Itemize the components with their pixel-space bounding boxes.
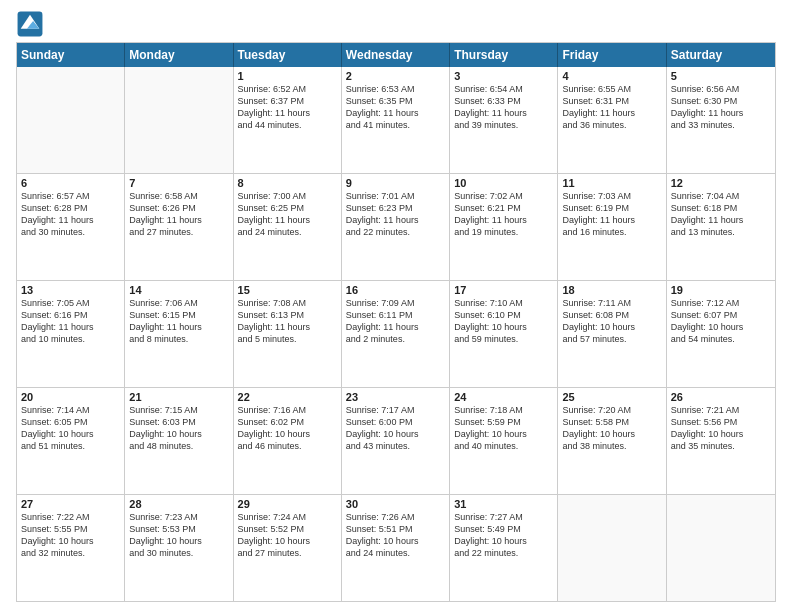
cell-info: Sunrise: 7:04 AM Sunset: 6:18 PM Dayligh… [671,190,771,239]
day-number: 24 [454,391,553,403]
calendar-cell [125,67,233,173]
day-number: 12 [671,177,771,189]
calendar-cell: 1Sunrise: 6:52 AM Sunset: 6:37 PM Daylig… [234,67,342,173]
cell-info: Sunrise: 6:56 AM Sunset: 6:30 PM Dayligh… [671,83,771,132]
calendar-cell: 19Sunrise: 7:12 AM Sunset: 6:07 PM Dayli… [667,281,775,387]
day-number: 19 [671,284,771,296]
calendar-cell: 15Sunrise: 7:08 AM Sunset: 6:13 PM Dayli… [234,281,342,387]
day-number: 20 [21,391,120,403]
cell-info: Sunrise: 6:55 AM Sunset: 6:31 PM Dayligh… [562,83,661,132]
day-number: 3 [454,70,553,82]
cell-info: Sunrise: 6:57 AM Sunset: 6:28 PM Dayligh… [21,190,120,239]
calendar-cell: 31Sunrise: 7:27 AM Sunset: 5:49 PM Dayli… [450,495,558,601]
calendar-cell [558,495,666,601]
calendar: SundayMondayTuesdayWednesdayThursdayFrid… [16,42,776,602]
calendar-cell: 14Sunrise: 7:06 AM Sunset: 6:15 PM Dayli… [125,281,233,387]
cell-info: Sunrise: 7:00 AM Sunset: 6:25 PM Dayligh… [238,190,337,239]
calendar-cell: 18Sunrise: 7:11 AM Sunset: 6:08 PM Dayli… [558,281,666,387]
cell-info: Sunrise: 7:18 AM Sunset: 5:59 PM Dayligh… [454,404,553,453]
calendar-cell: 28Sunrise: 7:23 AM Sunset: 5:53 PM Dayli… [125,495,233,601]
day-number: 13 [21,284,120,296]
day-number: 26 [671,391,771,403]
calendar-cell: 24Sunrise: 7:18 AM Sunset: 5:59 PM Dayli… [450,388,558,494]
day-number: 7 [129,177,228,189]
day-number: 10 [454,177,553,189]
calendar-row: 6Sunrise: 6:57 AM Sunset: 6:28 PM Daylig… [17,173,775,280]
calendar-cell: 8Sunrise: 7:00 AM Sunset: 6:25 PM Daylig… [234,174,342,280]
day-number: 11 [562,177,661,189]
day-number: 17 [454,284,553,296]
calendar-cell: 9Sunrise: 7:01 AM Sunset: 6:23 PM Daylig… [342,174,450,280]
day-number: 27 [21,498,120,510]
calendar-header-cell: Sunday [17,43,125,67]
cell-info: Sunrise: 6:53 AM Sunset: 6:35 PM Dayligh… [346,83,445,132]
calendar-cell: 6Sunrise: 6:57 AM Sunset: 6:28 PM Daylig… [17,174,125,280]
cell-info: Sunrise: 6:54 AM Sunset: 6:33 PM Dayligh… [454,83,553,132]
cell-info: Sunrise: 7:23 AM Sunset: 5:53 PM Dayligh… [129,511,228,560]
cell-info: Sunrise: 7:16 AM Sunset: 6:02 PM Dayligh… [238,404,337,453]
day-number: 4 [562,70,661,82]
calendar-cell [17,67,125,173]
cell-info: Sunrise: 7:08 AM Sunset: 6:13 PM Dayligh… [238,297,337,346]
day-number: 6 [21,177,120,189]
cell-info: Sunrise: 6:52 AM Sunset: 6:37 PM Dayligh… [238,83,337,132]
cell-info: Sunrise: 7:27 AM Sunset: 5:49 PM Dayligh… [454,511,553,560]
calendar-cell: 10Sunrise: 7:02 AM Sunset: 6:21 PM Dayli… [450,174,558,280]
page: SundayMondayTuesdayWednesdayThursdayFrid… [0,0,792,612]
calendar-cell: 16Sunrise: 7:09 AM Sunset: 6:11 PM Dayli… [342,281,450,387]
day-number: 2 [346,70,445,82]
calendar-cell: 5Sunrise: 6:56 AM Sunset: 6:30 PM Daylig… [667,67,775,173]
header [16,10,776,38]
calendar-row: 13Sunrise: 7:05 AM Sunset: 6:16 PM Dayli… [17,280,775,387]
cell-info: Sunrise: 7:17 AM Sunset: 6:00 PM Dayligh… [346,404,445,453]
cell-info: Sunrise: 7:11 AM Sunset: 6:08 PM Dayligh… [562,297,661,346]
calendar-cell: 7Sunrise: 6:58 AM Sunset: 6:26 PM Daylig… [125,174,233,280]
day-number: 8 [238,177,337,189]
cell-info: Sunrise: 7:14 AM Sunset: 6:05 PM Dayligh… [21,404,120,453]
calendar-header-row: SundayMondayTuesdayWednesdayThursdayFrid… [17,43,775,67]
calendar-cell: 4Sunrise: 6:55 AM Sunset: 6:31 PM Daylig… [558,67,666,173]
day-number: 23 [346,391,445,403]
calendar-cell [667,495,775,601]
calendar-row: 27Sunrise: 7:22 AM Sunset: 5:55 PM Dayli… [17,494,775,601]
day-number: 14 [129,284,228,296]
day-number: 30 [346,498,445,510]
cell-info: Sunrise: 7:10 AM Sunset: 6:10 PM Dayligh… [454,297,553,346]
day-number: 15 [238,284,337,296]
calendar-cell: 27Sunrise: 7:22 AM Sunset: 5:55 PM Dayli… [17,495,125,601]
calendar-header-cell: Friday [558,43,666,67]
cell-info: Sunrise: 7:15 AM Sunset: 6:03 PM Dayligh… [129,404,228,453]
calendar-body: 1Sunrise: 6:52 AM Sunset: 6:37 PM Daylig… [17,67,775,601]
day-number: 21 [129,391,228,403]
calendar-header-cell: Wednesday [342,43,450,67]
logo-icon [16,10,44,38]
calendar-cell: 12Sunrise: 7:04 AM Sunset: 6:18 PM Dayli… [667,174,775,280]
day-number: 22 [238,391,337,403]
cell-info: Sunrise: 6:58 AM Sunset: 6:26 PM Dayligh… [129,190,228,239]
calendar-cell: 20Sunrise: 7:14 AM Sunset: 6:05 PM Dayli… [17,388,125,494]
cell-info: Sunrise: 7:21 AM Sunset: 5:56 PM Dayligh… [671,404,771,453]
logo [16,10,48,38]
cell-info: Sunrise: 7:12 AM Sunset: 6:07 PM Dayligh… [671,297,771,346]
calendar-cell: 29Sunrise: 7:24 AM Sunset: 5:52 PM Dayli… [234,495,342,601]
cell-info: Sunrise: 7:24 AM Sunset: 5:52 PM Dayligh… [238,511,337,560]
day-number: 31 [454,498,553,510]
cell-info: Sunrise: 7:02 AM Sunset: 6:21 PM Dayligh… [454,190,553,239]
calendar-cell: 13Sunrise: 7:05 AM Sunset: 6:16 PM Dayli… [17,281,125,387]
cell-info: Sunrise: 7:01 AM Sunset: 6:23 PM Dayligh… [346,190,445,239]
calendar-row: 1Sunrise: 6:52 AM Sunset: 6:37 PM Daylig… [17,67,775,173]
day-number: 1 [238,70,337,82]
day-number: 28 [129,498,228,510]
day-number: 29 [238,498,337,510]
calendar-header-cell: Monday [125,43,233,67]
calendar-cell: 25Sunrise: 7:20 AM Sunset: 5:58 PM Dayli… [558,388,666,494]
day-number: 16 [346,284,445,296]
calendar-cell: 17Sunrise: 7:10 AM Sunset: 6:10 PM Dayli… [450,281,558,387]
cell-info: Sunrise: 7:20 AM Sunset: 5:58 PM Dayligh… [562,404,661,453]
calendar-cell: 30Sunrise: 7:26 AM Sunset: 5:51 PM Dayli… [342,495,450,601]
cell-info: Sunrise: 7:09 AM Sunset: 6:11 PM Dayligh… [346,297,445,346]
calendar-cell: 11Sunrise: 7:03 AM Sunset: 6:19 PM Dayli… [558,174,666,280]
calendar-cell: 23Sunrise: 7:17 AM Sunset: 6:00 PM Dayli… [342,388,450,494]
calendar-header-cell: Thursday [450,43,558,67]
cell-info: Sunrise: 7:05 AM Sunset: 6:16 PM Dayligh… [21,297,120,346]
